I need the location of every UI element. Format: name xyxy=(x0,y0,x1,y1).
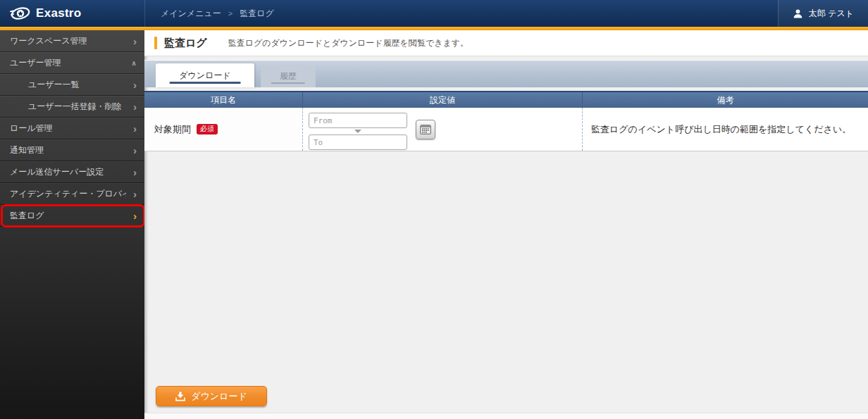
user-icon xyxy=(793,8,803,19)
tab-history[interactable]: 履歴 xyxy=(261,65,316,87)
sidebar: ワークスペース管理 › ユーザー管理 ∧ ユーザー一覧 › ユーザー一括登録・削… xyxy=(0,30,144,419)
sidebar-item-label: ユーザー管理 xyxy=(10,57,61,69)
app-window: Exastro メインメニュー > 監査ログ 太郎 テスト ワークスペース管理 … xyxy=(0,0,868,419)
chevron-right-icon: › xyxy=(133,101,137,112)
chevron-right-icon: › xyxy=(133,167,137,177)
page-title: 監査ログ xyxy=(164,37,207,50)
item-name-cell: 対象期間 必須 xyxy=(144,108,303,151)
chevron-right-icon: › xyxy=(133,123,137,134)
page-header: 監査ログ 監査ログのダウンロードとダウンロード履歴を閲覧できます。 xyxy=(144,30,868,56)
footer-strip xyxy=(144,413,868,419)
download-button[interactable]: ダウンロード xyxy=(156,386,267,406)
required-badge: 必須 xyxy=(197,124,218,135)
range-arrow-icon xyxy=(354,130,361,133)
sidebar-item-label: ユーザー一覧 xyxy=(28,79,80,91)
download-icon xyxy=(175,392,185,401)
chevron-up-icon: ∧ xyxy=(131,60,137,67)
breadcrumb: メインメニュー > 監査ログ xyxy=(145,8,274,20)
chevron-right-icon: › xyxy=(133,189,137,199)
table-header-row: 項目名 設定値 備考 xyxy=(144,91,868,108)
calendar-button[interactable] xyxy=(416,120,435,139)
sidebar-item-user-management[interactable]: ユーザー管理 ∧ xyxy=(0,52,144,74)
to-date-input[interactable] xyxy=(309,135,407,150)
from-date-input[interactable] xyxy=(309,113,407,128)
user-name: 太郎 テスト xyxy=(809,8,854,20)
tab-download[interactable]: ダウンロード xyxy=(156,63,254,87)
chevron-right-icon: › xyxy=(133,211,137,221)
column-header-item-name: 項目名 xyxy=(144,92,303,108)
tab-bar: ダウンロード 履歴 xyxy=(144,60,868,87)
chevron-right-icon: › xyxy=(133,80,137,90)
table-row: 対象期間 必須 xyxy=(144,108,868,151)
chevron-right-icon: › xyxy=(133,145,137,156)
sidebar-item-mail-server-settings[interactable]: メール送信サーバー設定 › xyxy=(0,161,144,183)
sidebar-item-audit-log[interactable]: 監査ログ › xyxy=(0,205,144,227)
sidebar-item-label: アイデンティティー・プロバイダー xyxy=(10,188,126,200)
sidebar-item-user-bulk-register-delete[interactable]: ユーザー一括登録・削除 › xyxy=(0,96,144,118)
tab-label: 履歴 xyxy=(280,70,297,82)
breadcrumb-item-audit-log[interactable]: 監査ログ xyxy=(240,8,274,20)
sidebar-item-label: 監査ログ xyxy=(10,210,44,222)
breadcrumb-separator: > xyxy=(228,9,232,18)
sidebar-item-label: 通知管理 xyxy=(10,144,44,156)
logo[interactable]: Exastro xyxy=(0,0,144,27)
column-header-remark: 備考 xyxy=(583,92,868,108)
title-accent-bar xyxy=(154,37,157,49)
download-button-label: ダウンロード xyxy=(191,390,247,403)
sidebar-item-label: ロール管理 xyxy=(10,123,53,135)
settings-table: 項目名 設定値 備考 対象期間 必須 xyxy=(144,91,868,151)
sidebar-item-label: メール送信サーバー設定 xyxy=(10,166,104,178)
sidebar-item-label: ワークスペース管理 xyxy=(10,35,87,47)
main-content: 監査ログ 監査ログのダウンロードとダウンロード履歴を閲覧できます。 ダウンロード… xyxy=(144,30,868,419)
chevron-right-icon: › xyxy=(133,36,137,46)
calendar-icon xyxy=(420,124,431,135)
tab-underline xyxy=(170,82,241,84)
setting-value-cell xyxy=(303,108,583,151)
tab-underline xyxy=(271,82,305,84)
sidebar-item-user-list[interactable]: ユーザー一覧 › xyxy=(0,74,144,96)
field-label: 対象期間 xyxy=(154,123,191,136)
sidebar-item-label: ユーザー一括登録・削除 xyxy=(28,101,122,113)
logo-text: Exastro xyxy=(36,6,81,20)
sidebar-item-identity-provider[interactable]: アイデンティティー・プロバイダー › xyxy=(0,183,144,205)
sidebar-item-workspace-management[interactable]: ワークスペース管理 › xyxy=(0,30,144,52)
user-menu[interactable]: 太郎 テスト xyxy=(778,0,868,27)
column-header-setting-value: 設定値 xyxy=(303,92,583,108)
remark-cell: 監査ログのイベント呼び出し日時の範囲を指定してください。 xyxy=(583,108,868,151)
sidebar-item-role-management[interactable]: ロール管理 › xyxy=(0,118,144,139)
tab-label: ダウンロード xyxy=(179,70,230,82)
breadcrumb-item-main-menu[interactable]: メインメニュー xyxy=(161,8,221,20)
exastro-logo-icon xyxy=(9,6,30,21)
date-range-group xyxy=(309,113,407,150)
page-description: 監査ログのダウンロードとダウンロード履歴を閲覧できます。 xyxy=(228,37,469,49)
remark-text: 監査ログのイベント呼び出し日時の範囲を指定してください。 xyxy=(591,123,851,136)
top-header: Exastro メインメニュー > 監査ログ 太郎 テスト xyxy=(0,0,868,27)
sidebar-item-notification-management[interactable]: 通知管理 › xyxy=(0,139,144,161)
